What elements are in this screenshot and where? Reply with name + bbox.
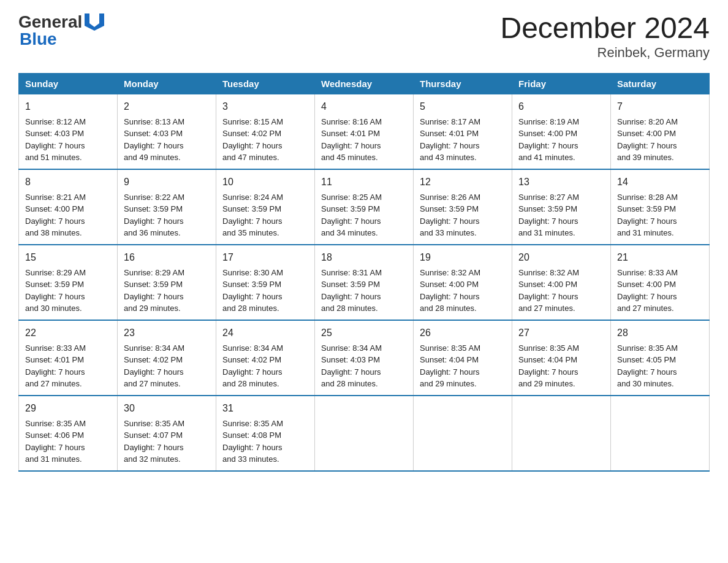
calendar-cell: 24 Sunrise: 8:34 AM Sunset: 4:02 PM Dayl…: [216, 320, 315, 396]
day-info: Sunrise: 8:34 AM Sunset: 4:02 PM Dayligh…: [124, 343, 184, 389]
day-number: 5: [420, 99, 506, 114]
calendar-cell: 2 Sunrise: 8:13 AM Sunset: 4:03 PM Dayli…: [118, 94, 216, 169]
day-number: 9: [124, 175, 210, 190]
day-info: Sunrise: 8:29 AM Sunset: 3:59 PM Dayligh…: [25, 268, 86, 313]
calendar-cell: [414, 396, 512, 471]
calendar-cell: 25 Sunrise: 8:34 AM Sunset: 4:03 PM Dayl…: [315, 320, 414, 396]
day-number: 23: [124, 326, 210, 340]
day-number: 17: [222, 250, 308, 265]
day-number: 4: [321, 99, 407, 114]
col-sunday: Sunday: [19, 73, 118, 94]
day-number: 11: [321, 175, 407, 190]
logo-blue-text: Blue: [20, 29, 57, 48]
day-number: 26: [420, 326, 506, 340]
calendar-cell: 12 Sunrise: 8:26 AM Sunset: 3:59 PM Dayl…: [414, 169, 512, 245]
calendar-cell: 27 Sunrise: 8:35 AM Sunset: 4:04 PM Dayl…: [512, 320, 611, 396]
calendar-cell: 20 Sunrise: 8:32 AM Sunset: 4:00 PM Dayl…: [512, 245, 611, 320]
day-info: Sunrise: 8:19 AM Sunset: 4:00 PM Dayligh…: [518, 117, 579, 163]
day-number: 12: [420, 175, 506, 190]
calendar-cell: [512, 396, 611, 471]
calendar-cell: 22 Sunrise: 8:33 AM Sunset: 4:01 PM Dayl…: [19, 320, 118, 396]
day-number: 1: [25, 99, 111, 114]
day-number: 25: [321, 326, 407, 340]
calendar-cell: 31 Sunrise: 8:35 AM Sunset: 4:08 PM Dayl…: [216, 396, 315, 471]
day-info: Sunrise: 8:32 AM Sunset: 4:00 PM Dayligh…: [420, 268, 480, 313]
day-number: 10: [222, 175, 308, 190]
day-number: 13: [518, 175, 604, 190]
day-info: Sunrise: 8:30 AM Sunset: 3:59 PM Dayligh…: [222, 268, 283, 313]
col-monday: Monday: [118, 73, 216, 94]
day-info: Sunrise: 8:28 AM Sunset: 3:59 PM Dayligh…: [617, 193, 678, 238]
day-number: 28: [617, 326, 703, 340]
day-info: Sunrise: 8:21 AM Sunset: 4:00 PM Dayligh…: [25, 193, 86, 238]
calendar-table: Sunday Monday Tuesday Wednesday Thursday…: [18, 73, 710, 472]
calendar-cell: [315, 396, 414, 471]
calendar-cell: 14 Sunrise: 8:28 AM Sunset: 3:59 PM Dayl…: [611, 169, 710, 245]
day-number: 18: [321, 250, 407, 265]
day-info: Sunrise: 8:31 AM Sunset: 3:59 PM Dayligh…: [321, 268, 382, 313]
day-info: Sunrise: 8:12 AM Sunset: 4:03 PM Dayligh…: [25, 117, 86, 163]
day-number: 20: [518, 250, 604, 265]
day-info: Sunrise: 8:35 AM Sunset: 4:05 PM Dayligh…: [617, 343, 678, 389]
day-info: Sunrise: 8:22 AM Sunset: 3:59 PM Dayligh…: [124, 193, 184, 238]
day-number: 15: [25, 250, 111, 265]
calendar-cell: 30 Sunrise: 8:35 AM Sunset: 4:07 PM Dayl…: [118, 396, 216, 471]
day-info: Sunrise: 8:25 AM Sunset: 3:59 PM Dayligh…: [321, 193, 382, 238]
calendar-cell: 5 Sunrise: 8:17 AM Sunset: 4:01 PM Dayli…: [414, 94, 512, 169]
calendar-cell: 16 Sunrise: 8:29 AM Sunset: 3:59 PM Dayl…: [118, 245, 216, 320]
calendar-cell: 11 Sunrise: 8:25 AM Sunset: 3:59 PM Dayl…: [315, 169, 414, 245]
calendar-week-row-5: 29 Sunrise: 8:35 AM Sunset: 4:06 PM Dayl…: [19, 396, 710, 471]
day-number: 14: [617, 175, 703, 190]
day-info: Sunrise: 8:34 AM Sunset: 4:02 PM Dayligh…: [222, 343, 283, 389]
day-number: 31: [222, 401, 308, 416]
calendar-cell: 9 Sunrise: 8:22 AM Sunset: 3:59 PM Dayli…: [118, 169, 216, 245]
col-wednesday: Wednesday: [315, 73, 414, 94]
day-number: 29: [25, 401, 111, 416]
calendar-week-row-1: 1 Sunrise: 8:12 AM Sunset: 4:03 PM Dayli…: [19, 94, 710, 169]
day-number: 21: [617, 250, 703, 265]
day-number: 19: [420, 250, 506, 265]
calendar-cell: 3 Sunrise: 8:15 AM Sunset: 4:02 PM Dayli…: [216, 94, 315, 169]
day-number: 16: [124, 250, 210, 265]
day-info: Sunrise: 8:32 AM Sunset: 4:00 PM Dayligh…: [518, 268, 579, 313]
logo: General Blue: [18, 12, 104, 49]
calendar-cell: 7 Sunrise: 8:20 AM Sunset: 4:00 PM Dayli…: [611, 94, 710, 169]
calendar-cell: 18 Sunrise: 8:31 AM Sunset: 3:59 PM Dayl…: [315, 245, 414, 320]
calendar-week-row-2: 8 Sunrise: 8:21 AM Sunset: 4:00 PM Dayli…: [19, 169, 710, 245]
day-number: 30: [124, 401, 210, 416]
day-number: 22: [25, 326, 111, 340]
day-info: Sunrise: 8:15 AM Sunset: 4:02 PM Dayligh…: [222, 117, 283, 163]
calendar-cell: 4 Sunrise: 8:16 AM Sunset: 4:01 PM Dayli…: [315, 94, 414, 169]
day-info: Sunrise: 8:13 AM Sunset: 4:03 PM Dayligh…: [124, 117, 184, 163]
day-info: Sunrise: 8:33 AM Sunset: 4:00 PM Dayligh…: [617, 268, 678, 313]
day-info: Sunrise: 8:35 AM Sunset: 4:06 PM Dayligh…: [25, 419, 86, 464]
calendar-cell: 29 Sunrise: 8:35 AM Sunset: 4:06 PM Dayl…: [19, 396, 118, 471]
calendar-cell: 13 Sunrise: 8:27 AM Sunset: 3:59 PM Dayl…: [512, 169, 611, 245]
page-title: December 2024: [500, 12, 710, 45]
calendar-cell: 26 Sunrise: 8:35 AM Sunset: 4:04 PM Dayl…: [414, 320, 512, 396]
day-info: Sunrise: 8:17 AM Sunset: 4:01 PM Dayligh…: [420, 117, 480, 163]
col-friday: Friday: [512, 73, 611, 94]
calendar-cell: 1 Sunrise: 8:12 AM Sunset: 4:03 PM Dayli…: [19, 94, 118, 169]
col-thursday: Thursday: [414, 73, 512, 94]
day-info: Sunrise: 8:35 AM Sunset: 4:04 PM Dayligh…: [420, 343, 480, 389]
day-number: 27: [518, 326, 604, 340]
calendar-cell: 28 Sunrise: 8:35 AM Sunset: 4:05 PM Dayl…: [611, 320, 710, 396]
day-number: 3: [222, 99, 308, 114]
calendar-cell: 6 Sunrise: 8:19 AM Sunset: 4:00 PM Dayli…: [512, 94, 611, 169]
day-info: Sunrise: 8:35 AM Sunset: 4:04 PM Dayligh…: [518, 343, 579, 389]
day-info: Sunrise: 8:27 AM Sunset: 3:59 PM Dayligh…: [518, 193, 579, 238]
day-info: Sunrise: 8:29 AM Sunset: 3:59 PM Dayligh…: [124, 268, 184, 313]
day-info: Sunrise: 8:35 AM Sunset: 4:07 PM Dayligh…: [124, 419, 184, 464]
day-info: Sunrise: 8:24 AM Sunset: 3:59 PM Dayligh…: [222, 193, 283, 238]
page-subtitle: Reinbek, Germany: [500, 45, 710, 61]
calendar-week-row-3: 15 Sunrise: 8:29 AM Sunset: 3:59 PM Dayl…: [19, 245, 710, 320]
calendar-cell: 23 Sunrise: 8:34 AM Sunset: 4:02 PM Dayl…: [118, 320, 216, 396]
calendar-cell: [611, 396, 710, 471]
day-number: 8: [25, 175, 111, 190]
day-number: 7: [617, 99, 703, 114]
calendar-cell: 15 Sunrise: 8:29 AM Sunset: 3:59 PM Dayl…: [19, 245, 118, 320]
calendar-cell: 21 Sunrise: 8:33 AM Sunset: 4:00 PM Dayl…: [611, 245, 710, 320]
calendar-cell: 8 Sunrise: 8:21 AM Sunset: 4:00 PM Dayli…: [19, 169, 118, 245]
day-info: Sunrise: 8:20 AM Sunset: 4:00 PM Dayligh…: [617, 117, 678, 163]
